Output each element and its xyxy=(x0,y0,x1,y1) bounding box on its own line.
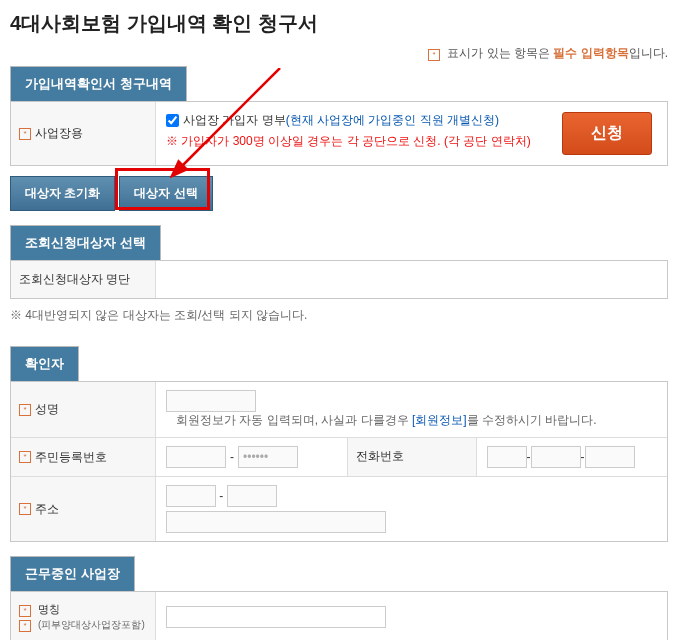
wp-name-label-cell: * 명칭 * (피부양대상사업장포함) xyxy=(11,592,156,640)
required-marker-icon: * xyxy=(19,503,31,515)
checkbox-label: 사업장 가입자 명부 xyxy=(183,112,286,129)
page-title: 4대사회보험 가입내역 확인 청구서 xyxy=(10,10,668,37)
name-label-cell: * 성명 xyxy=(11,382,156,437)
name-input[interactable] xyxy=(166,390,256,412)
biz-member-list-checkbox[interactable] xyxy=(166,114,179,127)
name-info: 회원정보가 자동 입력되며, 사실과 다를경우 [회원정보]를 수정하시기 바랍… xyxy=(176,412,597,429)
addr-detail[interactable] xyxy=(166,511,386,533)
rrn-label-cell: * 주민등록번호 xyxy=(11,438,156,476)
workplace-section: * 명칭 * (피부양대상사업장포함) 사업자등록번호 사업장관리번호 xyxy=(10,591,668,640)
phone-input-3[interactable] xyxy=(585,446,635,468)
rrn-input-1[interactable] xyxy=(166,446,226,468)
phone-input-1[interactable] xyxy=(487,446,527,468)
target-list-content xyxy=(156,261,667,298)
required-marker-icon: * xyxy=(19,451,31,463)
addr-label-cell: * 주소 xyxy=(11,477,156,541)
required-marker-icon: * xyxy=(19,605,31,617)
target-list-label: 조회신청대상자 명단 xyxy=(11,261,156,298)
target-section: 조회신청대상자 명단 xyxy=(10,260,668,299)
apply-button[interactable]: 신청 xyxy=(562,112,652,155)
biz-type-content: 사업장 가입자 명부 (현재 사업장에 가입중인 직원 개별신청) ※ 가입자가… xyxy=(156,102,547,165)
biz-type-label-cell: * 사업장용 xyxy=(11,102,156,165)
addr-zip-1[interactable] xyxy=(166,485,216,507)
select-target-button[interactable]: 대상자 선택 xyxy=(119,176,212,211)
section-tab-verifier: 확인자 xyxy=(10,346,79,381)
phone-label: 전화번호 xyxy=(347,438,477,476)
wp-name-input[interactable] xyxy=(166,606,386,628)
note-text: ※ 4대반영되지 않은 대상자는 조회/선택 되지 않습니다. xyxy=(10,299,668,332)
rrn-input-2[interactable] xyxy=(238,446,298,468)
required-marker-icon: * xyxy=(19,620,31,632)
section-tab-workplace: 근무중인 사업장 xyxy=(10,556,135,591)
required-marker-icon: * xyxy=(428,49,440,61)
required-marker-icon: * xyxy=(19,404,31,416)
phone-input-2[interactable] xyxy=(531,446,581,468)
section-tab-target: 조회신청대상자 선택 xyxy=(10,225,161,260)
section-tab-claim: 가입내역확인서 청구내역 xyxy=(10,66,187,101)
claim-section: * 사업장용 사업장 가입자 명부 (현재 사업장에 가입중인 직원 개별신청)… xyxy=(10,101,668,166)
warning-text: ※ 가입자가 300명 이상일 경우는 각 공단으로 신청. (각 공단 연락처… xyxy=(166,133,537,150)
member-info-link[interactable]: [회원정보] xyxy=(412,413,467,427)
required-marker-icon: * xyxy=(19,128,31,140)
required-note: * 표시가 있는 항목은 필수 입력항목입니다. xyxy=(10,45,668,62)
addr-zip-2[interactable] xyxy=(227,485,277,507)
biz-type-label: 사업장용 xyxy=(35,125,83,142)
checkbox-desc: (현재 사업장에 가입중인 직원 개별신청) xyxy=(286,112,499,129)
reset-target-button[interactable]: 대상자 초기화 xyxy=(10,176,115,211)
verifier-section: * 성명 회원정보가 자동 입력되며, 사실과 다를경우 [회원정보]를 수정하… xyxy=(10,381,668,542)
